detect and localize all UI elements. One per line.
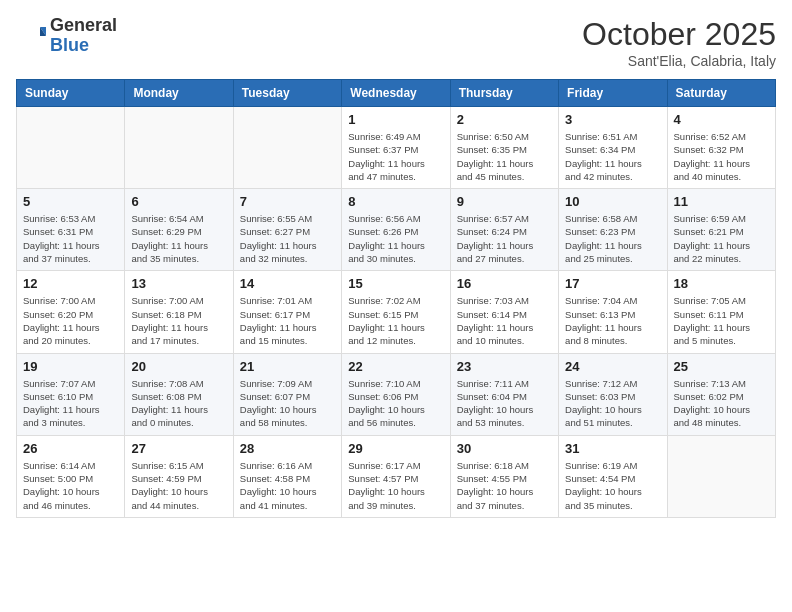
calendar-day-cell: 29Sunrise: 6:17 AM Sunset: 4:57 PM Dayli…: [342, 435, 450, 517]
calendar-day-cell: 10Sunrise: 6:58 AM Sunset: 6:23 PM Dayli…: [559, 189, 667, 271]
day-number: 18: [674, 276, 769, 291]
day-number: 3: [565, 112, 660, 127]
page-header: General Blue October 2025 Sant'Elia, Cal…: [16, 16, 776, 69]
day-number: 22: [348, 359, 443, 374]
day-number: 29: [348, 441, 443, 456]
calendar-day-cell: 19Sunrise: 7:07 AM Sunset: 6:10 PM Dayli…: [17, 353, 125, 435]
day-number: 14: [240, 276, 335, 291]
calendar-day-cell: 18Sunrise: 7:05 AM Sunset: 6:11 PM Dayli…: [667, 271, 775, 353]
location-subtitle: Sant'Elia, Calabria, Italy: [582, 53, 776, 69]
day-number: 4: [674, 112, 769, 127]
calendar-day-cell: 30Sunrise: 6:18 AM Sunset: 4:55 PM Dayli…: [450, 435, 558, 517]
logo-blue: Blue: [50, 35, 89, 55]
title-block: October 2025 Sant'Elia, Calabria, Italy: [582, 16, 776, 69]
calendar-day-cell: 25Sunrise: 7:13 AM Sunset: 6:02 PM Dayli…: [667, 353, 775, 435]
day-info: Sunrise: 6:50 AM Sunset: 6:35 PM Dayligh…: [457, 130, 552, 183]
day-number: 13: [131, 276, 226, 291]
calendar-day-cell: 14Sunrise: 7:01 AM Sunset: 6:17 PM Dayli…: [233, 271, 341, 353]
day-number: 2: [457, 112, 552, 127]
day-info: Sunrise: 6:52 AM Sunset: 6:32 PM Dayligh…: [674, 130, 769, 183]
day-number: 6: [131, 194, 226, 209]
calendar-day-cell: 3Sunrise: 6:51 AM Sunset: 6:34 PM Daylig…: [559, 107, 667, 189]
logo: General Blue: [16, 16, 117, 56]
logo-general: General: [50, 15, 117, 35]
calendar-day-cell: 22Sunrise: 7:10 AM Sunset: 6:06 PM Dayli…: [342, 353, 450, 435]
calendar-week-row: 19Sunrise: 7:07 AM Sunset: 6:10 PM Dayli…: [17, 353, 776, 435]
day-info: Sunrise: 7:00 AM Sunset: 6:20 PM Dayligh…: [23, 294, 118, 347]
day-info: Sunrise: 6:14 AM Sunset: 5:00 PM Dayligh…: [23, 459, 118, 512]
calendar-day-cell: 21Sunrise: 7:09 AM Sunset: 6:07 PM Dayli…: [233, 353, 341, 435]
day-number: 21: [240, 359, 335, 374]
calendar-day-cell: 16Sunrise: 7:03 AM Sunset: 6:14 PM Dayli…: [450, 271, 558, 353]
calendar-header-row: SundayMondayTuesdayWednesdayThursdayFrid…: [17, 80, 776, 107]
day-of-week-header: Wednesday: [342, 80, 450, 107]
calendar-day-cell: 6Sunrise: 6:54 AM Sunset: 6:29 PM Daylig…: [125, 189, 233, 271]
logo-text: General Blue: [50, 16, 117, 56]
calendar-day-cell: 17Sunrise: 7:04 AM Sunset: 6:13 PM Dayli…: [559, 271, 667, 353]
day-info: Sunrise: 6:16 AM Sunset: 4:58 PM Dayligh…: [240, 459, 335, 512]
day-number: 9: [457, 194, 552, 209]
day-number: 17: [565, 276, 660, 291]
calendar-day-cell: [125, 107, 233, 189]
calendar-day-cell: 20Sunrise: 7:08 AM Sunset: 6:08 PM Dayli…: [125, 353, 233, 435]
day-info: Sunrise: 7:04 AM Sunset: 6:13 PM Dayligh…: [565, 294, 660, 347]
day-number: 28: [240, 441, 335, 456]
calendar-day-cell: [17, 107, 125, 189]
calendar-day-cell: 23Sunrise: 7:11 AM Sunset: 6:04 PM Dayli…: [450, 353, 558, 435]
day-number: 27: [131, 441, 226, 456]
calendar-day-cell: 31Sunrise: 6:19 AM Sunset: 4:54 PM Dayli…: [559, 435, 667, 517]
calendar-day-cell: 4Sunrise: 6:52 AM Sunset: 6:32 PM Daylig…: [667, 107, 775, 189]
calendar-day-cell: 7Sunrise: 6:55 AM Sunset: 6:27 PM Daylig…: [233, 189, 341, 271]
day-info: Sunrise: 7:02 AM Sunset: 6:15 PM Dayligh…: [348, 294, 443, 347]
day-info: Sunrise: 6:15 AM Sunset: 4:59 PM Dayligh…: [131, 459, 226, 512]
day-number: 11: [674, 194, 769, 209]
day-info: Sunrise: 7:12 AM Sunset: 6:03 PM Dayligh…: [565, 377, 660, 430]
day-info: Sunrise: 6:17 AM Sunset: 4:57 PM Dayligh…: [348, 459, 443, 512]
day-info: Sunrise: 7:03 AM Sunset: 6:14 PM Dayligh…: [457, 294, 552, 347]
day-of-week-header: Friday: [559, 80, 667, 107]
day-number: 15: [348, 276, 443, 291]
day-info: Sunrise: 6:18 AM Sunset: 4:55 PM Dayligh…: [457, 459, 552, 512]
day-info: Sunrise: 7:11 AM Sunset: 6:04 PM Dayligh…: [457, 377, 552, 430]
day-info: Sunrise: 6:49 AM Sunset: 6:37 PM Dayligh…: [348, 130, 443, 183]
calendar-day-cell: 2Sunrise: 6:50 AM Sunset: 6:35 PM Daylig…: [450, 107, 558, 189]
logo-icon: [16, 21, 46, 51]
calendar-day-cell: 13Sunrise: 7:00 AM Sunset: 6:18 PM Dayli…: [125, 271, 233, 353]
day-info: Sunrise: 6:19 AM Sunset: 4:54 PM Dayligh…: [565, 459, 660, 512]
day-of-week-header: Tuesday: [233, 80, 341, 107]
day-number: 5: [23, 194, 118, 209]
day-of-week-header: Sunday: [17, 80, 125, 107]
day-info: Sunrise: 6:58 AM Sunset: 6:23 PM Dayligh…: [565, 212, 660, 265]
calendar-day-cell: 5Sunrise: 6:53 AM Sunset: 6:31 PM Daylig…: [17, 189, 125, 271]
month-title: October 2025: [582, 16, 776, 53]
day-number: 26: [23, 441, 118, 456]
day-info: Sunrise: 6:51 AM Sunset: 6:34 PM Dayligh…: [565, 130, 660, 183]
calendar-day-cell: 12Sunrise: 7:00 AM Sunset: 6:20 PM Dayli…: [17, 271, 125, 353]
day-info: Sunrise: 6:57 AM Sunset: 6:24 PM Dayligh…: [457, 212, 552, 265]
calendar-week-row: 26Sunrise: 6:14 AM Sunset: 5:00 PM Dayli…: [17, 435, 776, 517]
day-info: Sunrise: 7:13 AM Sunset: 6:02 PM Dayligh…: [674, 377, 769, 430]
day-info: Sunrise: 7:08 AM Sunset: 6:08 PM Dayligh…: [131, 377, 226, 430]
day-number: 7: [240, 194, 335, 209]
calendar-week-row: 1Sunrise: 6:49 AM Sunset: 6:37 PM Daylig…: [17, 107, 776, 189]
calendar-day-cell: [233, 107, 341, 189]
calendar-week-row: 12Sunrise: 7:00 AM Sunset: 6:20 PM Dayli…: [17, 271, 776, 353]
calendar-day-cell: 11Sunrise: 6:59 AM Sunset: 6:21 PM Dayli…: [667, 189, 775, 271]
calendar-day-cell: 28Sunrise: 6:16 AM Sunset: 4:58 PM Dayli…: [233, 435, 341, 517]
day-number: 16: [457, 276, 552, 291]
calendar-day-cell: 15Sunrise: 7:02 AM Sunset: 6:15 PM Dayli…: [342, 271, 450, 353]
day-info: Sunrise: 7:07 AM Sunset: 6:10 PM Dayligh…: [23, 377, 118, 430]
day-info: Sunrise: 6:55 AM Sunset: 6:27 PM Dayligh…: [240, 212, 335, 265]
day-info: Sunrise: 7:01 AM Sunset: 6:17 PM Dayligh…: [240, 294, 335, 347]
day-info: Sunrise: 6:53 AM Sunset: 6:31 PM Dayligh…: [23, 212, 118, 265]
day-number: 1: [348, 112, 443, 127]
day-number: 19: [23, 359, 118, 374]
day-number: 25: [674, 359, 769, 374]
day-number: 10: [565, 194, 660, 209]
day-number: 8: [348, 194, 443, 209]
day-number: 24: [565, 359, 660, 374]
calendar-day-cell: 1Sunrise: 6:49 AM Sunset: 6:37 PM Daylig…: [342, 107, 450, 189]
day-info: Sunrise: 7:00 AM Sunset: 6:18 PM Dayligh…: [131, 294, 226, 347]
calendar-week-row: 5Sunrise: 6:53 AM Sunset: 6:31 PM Daylig…: [17, 189, 776, 271]
calendar-day-cell: 27Sunrise: 6:15 AM Sunset: 4:59 PM Dayli…: [125, 435, 233, 517]
